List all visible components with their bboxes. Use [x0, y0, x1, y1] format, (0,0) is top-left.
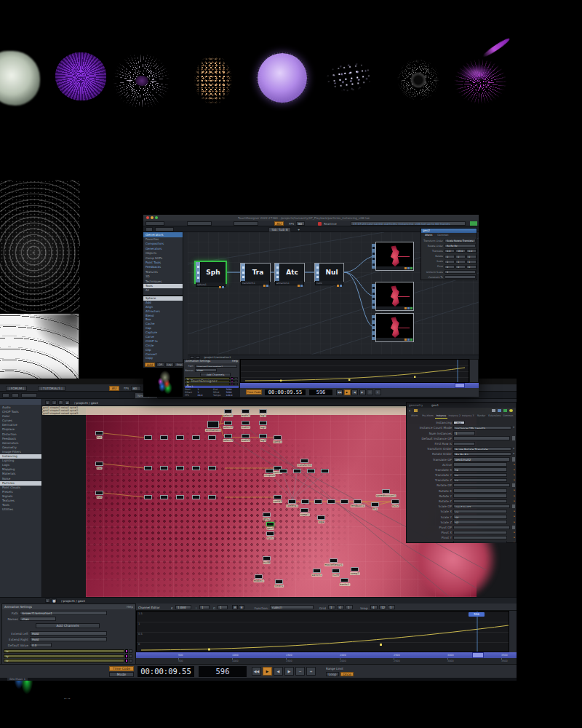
- forward-icon[interactable]: ›: [52, 400, 57, 405]
- home-icon[interactable]: ⌂: [65, 400, 70, 405]
- i-field[interactable]: 1: [199, 605, 210, 609]
- w1-anim-help[interactable]: Help: [232, 360, 238, 363]
- w1-add-button[interactable]: Add: [145, 363, 155, 367]
- palette-item-utilities[interactable]: Utilities: [0, 507, 41, 512]
- node-timer1[interactable]: timer1: [275, 579, 283, 584]
- node-[interactable]: [160, 466, 168, 470]
- node-comp1[interactable]: comp1: [300, 508, 308, 513]
- param-value-0[interactable]: 0.0: [445, 249, 455, 253]
- param-tab-extensions[interactable]: Extensions: [488, 414, 501, 419]
- node-camera1[interactable]: camera1: [288, 499, 296, 504]
- node-attractors1[interactable]: Atcattractors1: [274, 263, 305, 282]
- node-[interactable]: [176, 495, 184, 499]
- extend-left-field[interactable]: Hold: [30, 631, 107, 636]
- maximize-icon[interactable]: [155, 216, 158, 219]
- param-value-2[interactable]: 0.0: [466, 249, 477, 253]
- mode-button[interactable]: Mode: [109, 672, 134, 677]
- help-icon[interactable]: ?: [409, 409, 410, 413]
- param-channel-field[interactable]: tz: [453, 478, 507, 482]
- param-field[interactable]: geo1/null2: [453, 505, 510, 508]
- param-value-2[interactable]: 0: [466, 265, 477, 269]
- transport-button-1[interactable]: ▶: [344, 389, 351, 395]
- channel-row-tz[interactable]: tz: [4, 659, 124, 662]
- node-lag3[interactable]: lag3: [259, 434, 267, 438]
- default-value-field[interactable]: 0.0: [30, 643, 52, 647]
- minimize-icon[interactable]: [151, 216, 154, 219]
- node-geo2[interactable]: geo2: [263, 513, 271, 517]
- bookmark-icon[interactable]: [414, 409, 418, 412]
- param-tab-render[interactable]: Render: [475, 414, 487, 419]
- node-xform1[interactable]: [314, 499, 322, 504]
- expr-flag-icon[interactable]: ▸: [514, 510, 515, 513]
- extend-right-field[interactable]: Hold: [30, 637, 107, 641]
- node-[interactable]: [176, 435, 184, 440]
- transport-button-3[interactable]: ▶: [284, 667, 294, 676]
- param-field[interactable]: [453, 526, 510, 529]
- param-value-2[interactable]: 1: [466, 260, 477, 264]
- timecode-mode-button[interactable]: Time Code: [109, 666, 134, 671]
- node-sortN1[interactable]: sortN1: [274, 435, 282, 440]
- node-lfo2[interactable]: lfo2: [95, 462, 103, 466]
- node-[interactable]: [192, 495, 200, 499]
- transport-button-1[interactable]: ▶: [263, 667, 272, 676]
- node-limit2[interactable]: [327, 499, 335, 504]
- channel-color-swatch[interactable]: [231, 380, 234, 382]
- node-[interactable]: [208, 495, 216, 499]
- node-math3[interactable]: math3: [242, 434, 250, 438]
- node-sortN3[interactable]: sortN3: [274, 495, 282, 499]
- param-tab-common[interactable]: Common: [502, 414, 514, 419]
- frame-ruler[interactable]: 500100015002000250030003500: [136, 658, 517, 664]
- node-[interactable]: [160, 435, 168, 440]
- viewer-geo2[interactable]: [375, 282, 414, 311]
- param-dropdown[interactable]: Rx Ry Rz: [453, 452, 511, 456]
- param-field[interactable]: geo1/null2: [453, 457, 510, 461]
- node-script1[interactable]: [301, 499, 309, 504]
- node-[interactable]: [144, 435, 152, 440]
- w1-tool-1[interactable]: [146, 221, 164, 226]
- node-lfo1[interactable]: lfo1: [95, 431, 103, 435]
- chevron-down-icon[interactable]: ▾: [513, 426, 514, 429]
- param-field[interactable]: 1: [453, 431, 475, 435]
- w2-win-btn-3[interactable]: [21, 393, 37, 397]
- transport-button-3[interactable]: ▶: [359, 389, 366, 395]
- channel-row-tx[interactable]: tx: [4, 649, 124, 653]
- w1-realtime-icon[interactable]: [318, 222, 322, 226]
- au-badge[interactable]: AU: [109, 386, 119, 391]
- param-value-0[interactable]: 0: [445, 265, 455, 269]
- param-dropdown[interactable]: Rx Ry Rz: [445, 244, 476, 248]
- expr-flag-icon[interactable]: ▸: [514, 541, 515, 542]
- w1-range-playhead[interactable]: [455, 383, 465, 388]
- param-field[interactable]: [453, 442, 475, 446]
- node-noise7[interactable]: [340, 499, 348, 504]
- param-channel-field[interactable]: [453, 536, 507, 539]
- param-dropdown[interactable]: Instance OPs Length: [453, 426, 511, 430]
- transport-button-5[interactable]: +: [375, 389, 381, 395]
- param-tab-instance-2[interactable]: Instance 2: [448, 414, 461, 419]
- expr-flag-icon[interactable]: ▸: [514, 473, 515, 476]
- snap-field-3[interactable]: 1: [388, 605, 395, 609]
- param-field[interactable]: [453, 483, 510, 487]
- w1-fps-value[interactable]: 60: [296, 221, 305, 226]
- a-button[interactable]: A: [232, 605, 238, 609]
- transport-button-2[interactable]: ◀: [351, 389, 358, 395]
- add-channels-button[interactable]: Add Channels: [36, 623, 100, 628]
- node-[interactable]: [160, 495, 168, 499]
- transport-button-4[interactable]: −: [367, 389, 373, 395]
- chevron-down-icon[interactable]: ▾: [513, 447, 514, 450]
- expr-flag-icon[interactable]: ▸: [514, 468, 515, 471]
- node-select3[interactable]: select3: [224, 434, 232, 438]
- forum-link[interactable]: | FORUM |: [6, 386, 27, 391]
- anim-back-icon[interactable]: ‹: [45, 598, 50, 603]
- transport-button-0[interactable]: ◀◀: [252, 667, 261, 676]
- param-dropdown[interactable]: Scale Rotate Translate: [453, 447, 511, 451]
- expr-flag-icon[interactable]: ▸: [514, 536, 515, 539]
- param-tab-instance[interactable]: Instance: [435, 414, 447, 419]
- param-channel-field[interactable]: sz: [453, 520, 507, 523]
- node-noise6[interactable]: [307, 469, 315, 473]
- param-value-1[interactable]: 18.0: [455, 249, 466, 253]
- node-moviefileout1[interactable]: moviefileout1: [330, 558, 338, 563]
- w1-range-bar[interactable]: [240, 383, 479, 388]
- anim-names-field[interactable]: chan: [20, 617, 56, 621]
- node-select1[interactable]: select1: [224, 409, 232, 414]
- transport-button-4[interactable]: −: [295, 667, 305, 676]
